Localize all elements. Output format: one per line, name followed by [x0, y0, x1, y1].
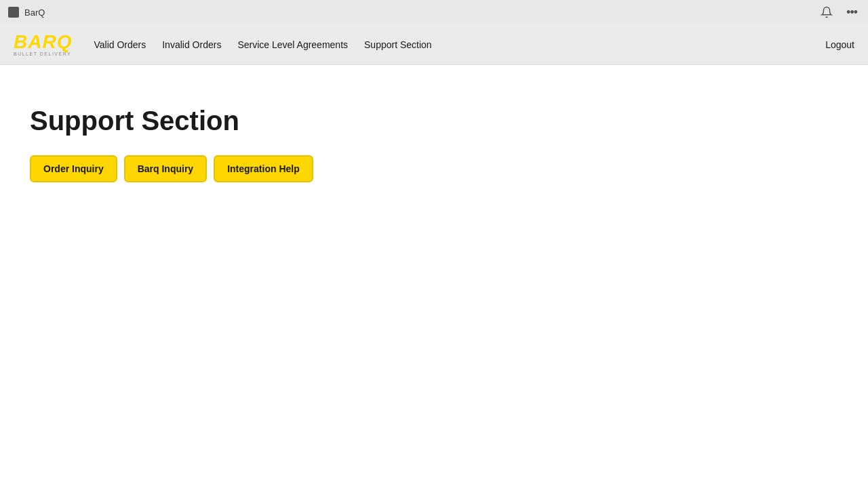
nav-link-sla[interactable]: Service Level Agreements	[237, 37, 348, 53]
logo-subtitle: BULLET DELIVERY	[14, 52, 71, 56]
page-title: Support Section	[30, 106, 838, 136]
integration-help-button[interactable]: Integration Help	[214, 155, 313, 182]
logout-button[interactable]: Logout	[825, 39, 854, 50]
logo[interactable]: BARQ BULLET DELIVERY	[14, 33, 72, 56]
more-icon: •••	[846, 5, 857, 20]
title-bar: BarQ •••	[0, 0, 868, 24]
more-options-button[interactable]: •••	[844, 4, 860, 21]
notification-bell-button[interactable]	[818, 5, 835, 20]
app-title: BarQ	[24, 7, 45, 18]
support-button-group: Order Inquiry Barq Inquiry Integration H…	[30, 155, 838, 182]
nav-link-valid-orders[interactable]: Valid Orders	[94, 37, 146, 53]
title-bar-right: •••	[818, 4, 860, 21]
nav-links: Valid Orders Invalid Orders Service Leve…	[94, 37, 431, 53]
navbar-left: BARQ BULLET DELIVERY Valid Orders Invali…	[14, 33, 432, 56]
nav-link-support-section[interactable]: Support Section	[364, 37, 432, 53]
main-content: Support Section Order Inquiry Barq Inqui…	[0, 65, 868, 223]
app-icon	[8, 7, 19, 18]
navbar: BARQ BULLET DELIVERY Valid Orders Invali…	[0, 24, 868, 65]
bell-icon	[821, 6, 833, 18]
logo-text: BARQ	[14, 33, 72, 52]
barq-inquiry-button[interactable]: Barq Inquiry	[124, 155, 207, 182]
title-bar-left: BarQ	[8, 7, 45, 18]
nav-link-invalid-orders[interactable]: Invalid Orders	[162, 37, 221, 53]
order-inquiry-button[interactable]: Order Inquiry	[30, 155, 117, 182]
